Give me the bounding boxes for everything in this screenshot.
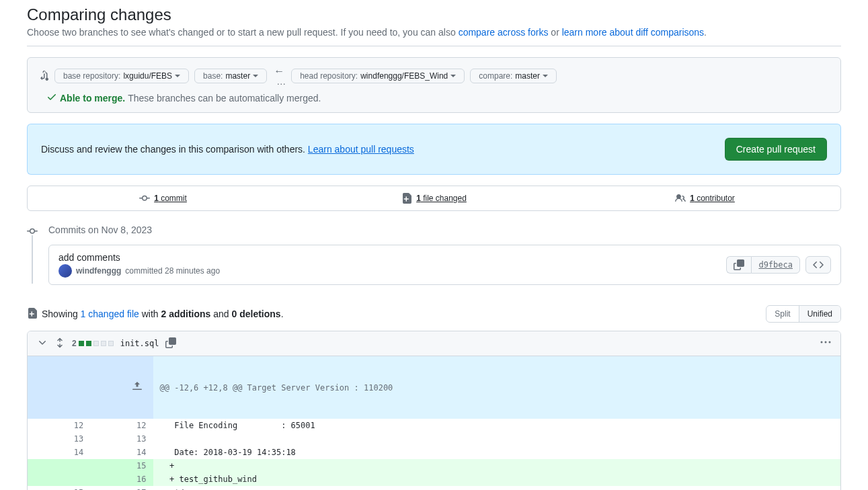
- file-menu-button[interactable]: [820, 337, 831, 350]
- merge-able-text: Able to merge.: [60, 93, 125, 104]
- contributors-label: contributor: [695, 194, 735, 203]
- old-lineno[interactable]: 15: [28, 486, 90, 490]
- code-line: */: [153, 486, 840, 490]
- merge-desc-text: These branches can be automatically merg…: [128, 93, 321, 104]
- diff-table: @@ -12,6 +12,8 @@ Target Server Version …: [28, 356, 840, 490]
- files-count: 1: [416, 194, 421, 203]
- commits-stat[interactable]: 1 commit: [28, 186, 299, 210]
- caret-down-icon: [253, 75, 258, 80]
- diffstat-block-add: [79, 341, 84, 346]
- caret-down-icon: [543, 75, 548, 80]
- hunk-header-text: @@ -12,6 +12,8 @@ Target Server Version …: [153, 356, 840, 419]
- old-lineno[interactable]: [28, 473, 90, 486]
- range-editor: base repository: lxguidu/FEBS base: mast…: [27, 57, 841, 113]
- diff-row: 1313: [28, 432, 840, 446]
- additions-count: 2 additions: [161, 309, 210, 319]
- new-lineno[interactable]: 12: [90, 419, 153, 432]
- files-stat[interactable]: 1 file changed: [299, 186, 569, 210]
- learn-pr-link[interactable]: Learn about pull requests: [308, 144, 414, 155]
- old-lineno[interactable]: 12: [28, 419, 90, 432]
- commits-label: commit: [159, 194, 187, 203]
- new-lineno[interactable]: 14: [90, 446, 153, 459]
- diffstat-block-add: [86, 341, 91, 346]
- git-compare-icon: [38, 71, 49, 81]
- old-lineno[interactable]: 13: [28, 432, 90, 446]
- new-lineno[interactable]: 13: [90, 432, 153, 446]
- diff-summary-bar: Showing 1 changed file with 2 additions …: [27, 305, 841, 323]
- create-pr-button[interactable]: Create pull request: [725, 138, 827, 161]
- subtitle-mid: or: [548, 27, 561, 38]
- view-toggle: Split Unified: [766, 305, 841, 323]
- collapse-file-button[interactable]: [37, 337, 48, 350]
- expand-all-button[interactable]: [54, 337, 65, 350]
- swap-ellipsis[interactable]: …: [276, 77, 286, 86]
- head-repo-selector[interactable]: head repository: windfenggg/FEBS_Wind: [291, 69, 465, 83]
- new-lineno[interactable]: 15: [90, 459, 153, 473]
- diff-mid2: and: [210, 309, 231, 319]
- caret-down-icon: [450, 75, 456, 80]
- commits-count: 1: [154, 194, 159, 203]
- new-lineno[interactable]: 16: [90, 473, 153, 486]
- stats-bar: 1 commit 1 file changed 1 contributor: [27, 186, 841, 211]
- deletions-count: 0 deletions: [232, 309, 281, 319]
- divider: [27, 46, 841, 46]
- browse-code-button[interactable]: [805, 256, 831, 274]
- files-label: file changed: [421, 194, 467, 203]
- diff-row-addition: 16+ test_github_wind: [28, 473, 840, 486]
- banner-text: Discuss and review the changes in this c…: [41, 144, 308, 155]
- base-branch-selector[interactable]: base: master: [194, 69, 267, 83]
- file-diff-box: 2 init.sql: [27, 331, 841, 490]
- check-icon: [46, 91, 57, 104]
- diff-row: 1212 File Encoding : 65001: [28, 419, 840, 432]
- base-branch-label: base:: [203, 71, 223, 81]
- diffstat-block-neutral: [108, 341, 114, 346]
- old-lineno[interactable]: [28, 459, 90, 473]
- compare-branch-value: master: [515, 71, 540, 81]
- old-lineno[interactable]: 14: [28, 446, 90, 459]
- unified-view-button[interactable]: Unified: [799, 306, 840, 322]
- diff-row-addition: 15+: [28, 459, 840, 473]
- diffstat: 2: [72, 339, 114, 348]
- compare-branch-label: compare:: [479, 71, 512, 81]
- commit-sha-link[interactable]: d9fbeca: [751, 256, 800, 274]
- file-header: 2 init.sql: [28, 331, 840, 356]
- learn-diff-link[interactable]: learn more about diff comparisons: [562, 27, 704, 38]
- contributors-stat[interactable]: 1 contributor: [569, 186, 840, 210]
- split-view-button[interactable]: Split: [766, 306, 798, 322]
- file-changes-count: 2: [72, 339, 77, 348]
- copy-sha-button[interactable]: [726, 256, 751, 274]
- svg-point-1: [825, 341, 827, 343]
- code-line: + test_github_wind: [153, 473, 840, 486]
- author-link[interactable]: windfenggg: [76, 266, 121, 276]
- diffstat-block-neutral: [101, 341, 106, 346]
- base-repo-value: lxguidu/FEBS: [123, 71, 172, 81]
- subtitle-text: Choose two branches to see what's change…: [27, 27, 459, 38]
- merge-status: Able to merge. These branches can be aut…: [46, 91, 321, 104]
- code-line: File Encoding : 65001: [153, 419, 840, 432]
- commit-meta-text: committed 28 minutes ago: [125, 266, 220, 276]
- compare-branch-selector[interactable]: compare: master: [470, 69, 557, 83]
- svg-point-0: [821, 341, 823, 343]
- base-repo-label: base repository:: [63, 71, 120, 81]
- new-lineno[interactable]: 17: [90, 486, 153, 490]
- caret-down-icon: [175, 75, 180, 80]
- file-name-link[interactable]: init.sql: [120, 339, 159, 348]
- hunk-header-row: @@ -12,6 +12,8 @@ Target Server Version …: [28, 356, 840, 419]
- commit-title-link[interactable]: add comments: [58, 252, 120, 263]
- diff-row: 1517 */: [28, 486, 840, 490]
- changed-files-link[interactable]: 1 changed file: [81, 309, 139, 319]
- head-repo-label: head repository:: [300, 71, 358, 81]
- copy-path-button[interactable]: [165, 337, 176, 350]
- base-branch-value: master: [225, 71, 250, 81]
- page-subtitle: Choose two branches to see what's change…: [27, 27, 841, 38]
- expand-up-button[interactable]: [93, 370, 147, 404]
- file-diff-icon: [27, 308, 38, 321]
- svg-point-2: [829, 341, 831, 343]
- base-repo-selector[interactable]: base repository: lxguidu/FEBS: [54, 69, 189, 83]
- compare-across-forks-link[interactable]: compare across forks: [459, 27, 549, 38]
- pr-banner: Discuss and review the changes in this c…: [27, 124, 841, 175]
- contributors-count: 1: [690, 194, 695, 203]
- page-title: Comparing changes: [27, 5, 841, 24]
- author-avatar[interactable]: [58, 264, 72, 278]
- timeline-date: Commits on Nov 8, 2023: [48, 224, 152, 235]
